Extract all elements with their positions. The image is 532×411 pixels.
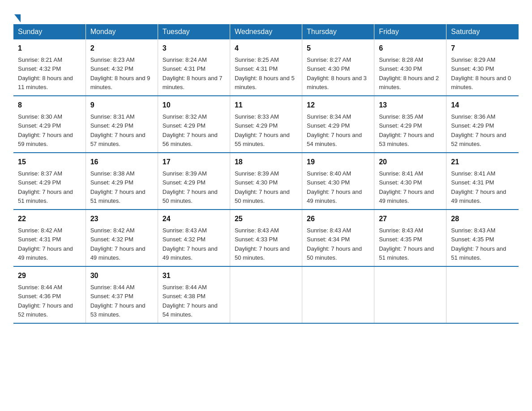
- day-info: Sunrise: 8:28 AMSunset: 4:30 PMDaylight:…: [379, 56, 439, 90]
- day-number: 27: [379, 214, 442, 224]
- day-info: Sunrise: 8:34 AMSunset: 4:29 PMDaylight:…: [307, 113, 362, 147]
- day-number: 23: [90, 214, 153, 224]
- day-info: Sunrise: 8:44 AMSunset: 4:37 PMDaylight:…: [90, 284, 146, 318]
- day-header-tuesday: Tuesday: [158, 24, 230, 39]
- day-number: 26: [307, 214, 369, 224]
- day-header-wednesday: Wednesday: [230, 24, 302, 39]
- day-number: 16: [90, 157, 153, 167]
- day-number: 28: [451, 214, 514, 224]
- day-header-monday: Monday: [86, 24, 158, 39]
- calendar-table: SundayMondayTuesdayWednesdayThursdayFrid…: [13, 24, 519, 324]
- calendar-week-row: 8 Sunrise: 8:30 AMSunset: 4:29 PMDayligh…: [13, 96, 519, 153]
- day-number: 15: [18, 157, 81, 167]
- day-number: 22: [18, 214, 81, 224]
- calendar-cell: 15 Sunrise: 8:37 AMSunset: 4:29 PMDaylig…: [13, 153, 86, 210]
- day-number: 18: [235, 157, 297, 167]
- calendar-cell: 24 Sunrise: 8:43 AMSunset: 4:32 PMDaylig…: [158, 210, 230, 266]
- calendar-cell: 14 Sunrise: 8:36 AMSunset: 4:29 PMDaylig…: [446, 96, 519, 153]
- calendar-cell: 10 Sunrise: 8:32 AMSunset: 4:29 PMDaylig…: [158, 96, 230, 153]
- day-number: 4: [235, 43, 297, 54]
- day-number: 5: [307, 43, 369, 54]
- calendar-week-row: 22 Sunrise: 8:42 AMSunset: 4:31 PMDaylig…: [13, 210, 519, 266]
- day-number: 13: [379, 100, 442, 111]
- day-info: Sunrise: 8:38 AMSunset: 4:29 PMDaylight:…: [90, 170, 146, 204]
- calendar-cell: 30 Sunrise: 8:44 AMSunset: 4:37 PMDaylig…: [86, 266, 158, 323]
- day-info: Sunrise: 8:23 AMSunset: 4:32 PMDaylight:…: [90, 56, 150, 90]
- day-info: Sunrise: 8:31 AMSunset: 4:29 PMDaylight:…: [90, 113, 146, 147]
- calendar-cell: [302, 266, 374, 323]
- calendar-week-row: 15 Sunrise: 8:37 AMSunset: 4:29 PMDaylig…: [13, 153, 519, 210]
- day-number: 24: [163, 214, 225, 224]
- day-info: Sunrise: 8:43 AMSunset: 4:34 PMDaylight:…: [307, 227, 362, 261]
- day-header-sunday: Sunday: [13, 24, 86, 39]
- day-info: Sunrise: 8:44 AMSunset: 4:38 PMDaylight:…: [163, 284, 218, 318]
- day-number: 1: [18, 43, 81, 54]
- day-number: 30: [90, 270, 153, 281]
- calendar-cell: 25 Sunrise: 8:43 AMSunset: 4:33 PMDaylig…: [230, 210, 302, 266]
- calendar-cell: 16 Sunrise: 8:38 AMSunset: 4:29 PMDaylig…: [86, 153, 158, 210]
- day-info: Sunrise: 8:35 AMSunset: 4:29 PMDaylight:…: [379, 113, 434, 147]
- day-info: Sunrise: 8:42 AMSunset: 4:31 PMDaylight:…: [18, 227, 73, 261]
- calendar-cell: 29 Sunrise: 8:44 AMSunset: 4:36 PMDaylig…: [13, 266, 86, 323]
- day-info: Sunrise: 8:43 AMSunset: 4:35 PMDaylight:…: [379, 227, 434, 261]
- calendar-cell: 18 Sunrise: 8:39 AMSunset: 4:30 PMDaylig…: [230, 153, 302, 210]
- calendar-cell: 8 Sunrise: 8:30 AMSunset: 4:29 PMDayligh…: [13, 96, 86, 153]
- calendar-cell: 31 Sunrise: 8:44 AMSunset: 4:38 PMDaylig…: [158, 266, 230, 323]
- calendar-cell: 28 Sunrise: 8:43 AMSunset: 4:35 PMDaylig…: [446, 210, 519, 266]
- day-info: Sunrise: 8:39 AMSunset: 4:29 PMDaylight:…: [163, 170, 218, 204]
- day-info: Sunrise: 8:25 AMSunset: 4:31 PMDaylight:…: [235, 56, 295, 90]
- calendar-cell: 3 Sunrise: 8:24 AMSunset: 4:31 PMDayligh…: [158, 39, 230, 96]
- calendar-cell: 2 Sunrise: 8:23 AMSunset: 4:32 PMDayligh…: [86, 39, 158, 96]
- day-number: 10: [163, 100, 225, 111]
- calendar-cell: 23 Sunrise: 8:42 AMSunset: 4:32 PMDaylig…: [86, 210, 158, 266]
- day-number: 17: [163, 157, 225, 167]
- day-info: Sunrise: 8:43 AMSunset: 4:32 PMDaylight:…: [163, 227, 218, 261]
- day-number: 3: [163, 43, 225, 54]
- calendar-cell: 11 Sunrise: 8:33 AMSunset: 4:29 PMDaylig…: [230, 96, 302, 153]
- logo-triangle-icon: [14, 14, 21, 22]
- calendar-cell: 9 Sunrise: 8:31 AMSunset: 4:29 PMDayligh…: [86, 96, 158, 153]
- day-info: Sunrise: 8:27 AMSunset: 4:30 PMDaylight:…: [307, 56, 367, 90]
- page-header: [13, 9, 519, 20]
- day-info: Sunrise: 8:37 AMSunset: 4:29 PMDaylight:…: [18, 170, 73, 204]
- calendar-cell: 1 Sunrise: 8:21 AMSunset: 4:32 PMDayligh…: [13, 39, 86, 96]
- calendar-cell: 6 Sunrise: 8:28 AMSunset: 4:30 PMDayligh…: [374, 39, 446, 96]
- calendar-week-row: 29 Sunrise: 8:44 AMSunset: 4:36 PMDaylig…: [13, 266, 519, 323]
- day-info: Sunrise: 8:33 AMSunset: 4:29 PMDaylight:…: [235, 113, 290, 147]
- day-info: Sunrise: 8:43 AMSunset: 4:33 PMDaylight:…: [235, 227, 290, 261]
- day-info: Sunrise: 8:30 AMSunset: 4:29 PMDaylight:…: [18, 113, 73, 147]
- calendar-cell: 26 Sunrise: 8:43 AMSunset: 4:34 PMDaylig…: [302, 210, 374, 266]
- calendar-cell: 7 Sunrise: 8:29 AMSunset: 4:30 PMDayligh…: [446, 39, 519, 96]
- day-number: 6: [379, 43, 442, 54]
- calendar-cell: 20 Sunrise: 8:41 AMSunset: 4:30 PMDaylig…: [374, 153, 446, 210]
- day-info: Sunrise: 8:39 AMSunset: 4:30 PMDaylight:…: [235, 170, 290, 204]
- day-number: 11: [235, 100, 297, 111]
- day-header-saturday: Saturday: [446, 24, 519, 39]
- calendar-week-row: 1 Sunrise: 8:21 AMSunset: 4:32 PMDayligh…: [13, 39, 519, 96]
- day-number: 8: [18, 100, 81, 111]
- calendar-cell: 5 Sunrise: 8:27 AMSunset: 4:30 PMDayligh…: [302, 39, 374, 96]
- calendar-cell: 27 Sunrise: 8:43 AMSunset: 4:35 PMDaylig…: [374, 210, 446, 266]
- day-info: Sunrise: 8:32 AMSunset: 4:29 PMDaylight:…: [163, 113, 218, 147]
- day-number: 20: [379, 157, 442, 167]
- calendar-cell: 4 Sunrise: 8:25 AMSunset: 4:31 PMDayligh…: [230, 39, 302, 96]
- day-info: Sunrise: 8:44 AMSunset: 4:36 PMDaylight:…: [18, 284, 73, 318]
- day-info: Sunrise: 8:43 AMSunset: 4:35 PMDaylight:…: [451, 227, 506, 261]
- day-info: Sunrise: 8:42 AMSunset: 4:32 PMDaylight:…: [90, 227, 146, 261]
- calendar-cell: 13 Sunrise: 8:35 AMSunset: 4:29 PMDaylig…: [374, 96, 446, 153]
- calendar-cell: [374, 266, 446, 323]
- day-number: 31: [163, 270, 225, 281]
- day-info: Sunrise: 8:36 AMSunset: 4:29 PMDaylight:…: [451, 113, 506, 147]
- day-info: Sunrise: 8:41 AMSunset: 4:30 PMDaylight:…: [379, 170, 434, 204]
- day-number: 25: [235, 214, 297, 224]
- logo: [13, 13, 21, 20]
- calendar-cell: [446, 266, 519, 323]
- day-number: 21: [451, 157, 514, 167]
- calendar-cell: 17 Sunrise: 8:39 AMSunset: 4:29 PMDaylig…: [158, 153, 230, 210]
- day-number: 14: [451, 100, 514, 111]
- day-header-friday: Friday: [374, 24, 446, 39]
- calendar-cell: 19 Sunrise: 8:40 AMSunset: 4:30 PMDaylig…: [302, 153, 374, 210]
- day-number: 19: [307, 157, 369, 167]
- calendar-cell: 12 Sunrise: 8:34 AMSunset: 4:29 PMDaylig…: [302, 96, 374, 153]
- day-info: Sunrise: 8:24 AMSunset: 4:31 PMDaylight:…: [163, 56, 223, 90]
